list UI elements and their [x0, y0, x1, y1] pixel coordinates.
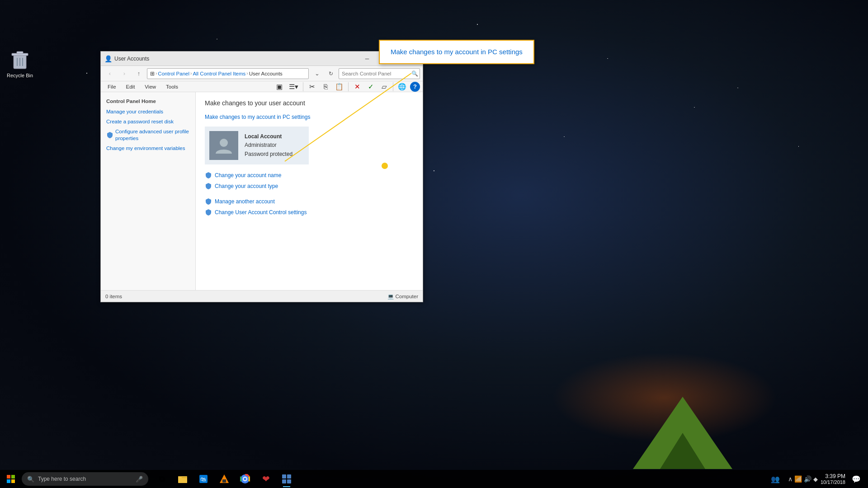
search-wrapper: 🔍 — [339, 68, 420, 79]
action-change-name-text: Change your account name — [215, 172, 281, 178]
nav-link-advanced-profile[interactable]: Configure advanced user profile properti… — [106, 128, 190, 142]
action-change-type[interactable]: Change your account type — [205, 183, 414, 190]
main-panel: Make changes to your user account Make c… — [196, 92, 423, 290]
nav-panel: Control Panel Home Manage your credentia… — [101, 92, 196, 290]
recycle-bin-label: Recycle Bin — [2, 72, 38, 79]
app6-button[interactable]: ❤ — [256, 470, 276, 488]
nav-link-credentials-text: Manage your credentials — [106, 108, 163, 115]
clock[interactable]: 3:39 PM 10/17/2018 — [821, 473, 845, 485]
tent — [633, 388, 732, 469]
search-button[interactable]: 🔍 — [411, 70, 418, 77]
status-bar-right: 💻 Computer — [387, 293, 419, 300]
file-explorer-icon — [177, 474, 188, 484]
notification-button[interactable]: 💬 — [848, 470, 864, 488]
nav-link-advanced-profile-text: Configure advanced user profile properti… — [115, 128, 190, 142]
toolbar-globe-btn[interactable]: 🌐 — [396, 81, 408, 93]
svg-rect-24 — [287, 479, 291, 483]
user-avatar — [209, 131, 238, 160]
nav-link-env-variables[interactable]: Change my environment variables — [106, 145, 190, 152]
computer-icon: 💻 — [387, 293, 394, 300]
pc-settings-link[interactable]: Make changes to my account in PC setting… — [205, 114, 414, 120]
chrome-button[interactable] — [235, 470, 255, 488]
taskbar-search[interactable]: 🔍 Type here to search 🎤 — [22, 472, 148, 486]
task-view-icon: ⧉ — [156, 474, 167, 484]
system-tray: ∧ 📶 🔊 ◆ — [788, 475, 818, 483]
action-change-name[interactable]: Change your account name — [205, 172, 414, 179]
app6-icon: ❤ — [260, 474, 271, 484]
svg-rect-13 — [178, 476, 182, 478]
connector-dot — [382, 163, 388, 169]
search-input[interactable] — [339, 68, 420, 79]
app7-button[interactable] — [277, 470, 297, 488]
shield-icon-3 — [205, 183, 212, 190]
tray-network-icon[interactable]: 📶 — [794, 475, 802, 483]
content-area: Control Panel Home Manage your credentia… — [101, 92, 423, 290]
home-icon[interactable]: ⊞ — [150, 70, 155, 77]
shield-icon-1 — [106, 131, 113, 139]
forward-button[interactable]: › — [118, 68, 131, 80]
people-button[interactable]: 👥 — [765, 470, 785, 488]
svg-rect-11 — [11, 479, 15, 483]
address-dropdown[interactable]: ⌄ — [311, 68, 323, 80]
breadcrumb-current: User Accounts — [249, 71, 283, 76]
refresh-button[interactable]: ↻ — [325, 68, 337, 79]
svg-rect-8 — [7, 475, 10, 479]
tray-chevron[interactable]: ∧ — [788, 475, 793, 483]
minimize-button[interactable]: ─ — [357, 52, 377, 66]
svg-rect-17 — [222, 479, 226, 483]
help-button[interactable]: ? — [410, 82, 420, 92]
toolbar-check-btn[interactable]: ✓ — [365, 81, 377, 93]
window-icon: 👤 — [104, 55, 112, 62]
toolbar-delete-btn[interactable]: ✕ — [351, 81, 363, 93]
menu-view[interactable]: View — [141, 82, 160, 92]
toolbar-cut-btn[interactable]: ✂ — [306, 81, 318, 93]
location-label: Computer — [396, 294, 419, 299]
back-button[interactable]: ‹ — [104, 68, 116, 80]
clock-time: 3:39 PM — [821, 473, 845, 479]
notification-icon: 💬 — [852, 475, 861, 483]
desktop: Recycle Bin Make changes to my account i… — [0, 0, 868, 488]
svg-rect-21 — [282, 474, 286, 479]
svg-rect-10 — [7, 479, 10, 483]
user-status: Password protected — [245, 150, 292, 159]
breadcrumb-control-panel[interactable]: Control Panel — [158, 71, 189, 76]
tray-volume-icon[interactable]: 🔊 — [804, 475, 811, 483]
breadcrumb-all-items[interactable]: All Control Panel Items — [193, 71, 245, 76]
task-view-button[interactable]: ⧉ — [152, 470, 172, 488]
nav-link-credentials[interactable]: Manage your credentials — [106, 108, 190, 115]
toolbar-rename-btn[interactable]: ▱ — [378, 81, 390, 93]
callout-link[interactable]: Make changes to my account in PC setting… — [391, 48, 523, 56]
user-role: Administrator — [245, 141, 292, 150]
menu-file[interactable]: File — [104, 82, 120, 92]
menu-tools[interactable]: Tools — [162, 82, 182, 92]
toolbar-paste-btn[interactable]: 📋 — [333, 81, 345, 93]
separator-1 — [303, 82, 303, 91]
svg-rect-23 — [282, 479, 286, 483]
taskbar-right: 👥 ∧ 📶 🔊 ◆ 3:39 PM 10/17/2018 💬 — [765, 470, 868, 488]
toolbar-layout-btn[interactable]: ▣ — [274, 81, 285, 93]
svg-text:🛍: 🛍 — [200, 476, 206, 483]
action-uac-settings[interactable]: Change User Account Control settings — [205, 209, 414, 216]
nav-link-password-reset[interactable]: Create a password reset disk — [106, 118, 190, 125]
callout-box: Make changes to my account in PC setting… — [379, 40, 534, 64]
start-button[interactable] — [0, 470, 22, 488]
up-button[interactable]: ↑ — [132, 68, 145, 80]
vlc-button[interactable] — [214, 470, 234, 488]
tray-dropbox-icon[interactable]: ◆ — [813, 476, 818, 483]
svg-rect-9 — [11, 475, 15, 479]
store-button[interactable]: 🛍 — [193, 470, 213, 488]
toolbar-view-btn[interactable]: ☰▾ — [287, 81, 300, 93]
file-explorer-button[interactable] — [173, 470, 193, 488]
clock-date: 10/17/2018 — [821, 479, 845, 485]
shield-icon-4 — [205, 198, 212, 205]
toolbar-copy-btn[interactable]: ⎘ — [320, 81, 331, 93]
action-manage-another[interactable]: Manage another account — [205, 198, 414, 205]
action-manage-another-text: Manage another account — [215, 198, 275, 205]
taskbar: 🔍 Type here to search 🎤 ⧉ — [0, 470, 868, 488]
recycle-bin-icon[interactable]: Recycle Bin — [2, 49, 38, 79]
nav-panel-title[interactable]: Control Panel Home — [106, 99, 190, 104]
status-bar: 0 items 💻 Computer — [101, 290, 423, 302]
taskbar-mic-icon[interactable]: 🎤 — [136, 476, 143, 483]
menu-edit[interactable]: Edit — [122, 82, 139, 92]
taskbar-apps: ⧉ 🛍 — [152, 470, 297, 488]
